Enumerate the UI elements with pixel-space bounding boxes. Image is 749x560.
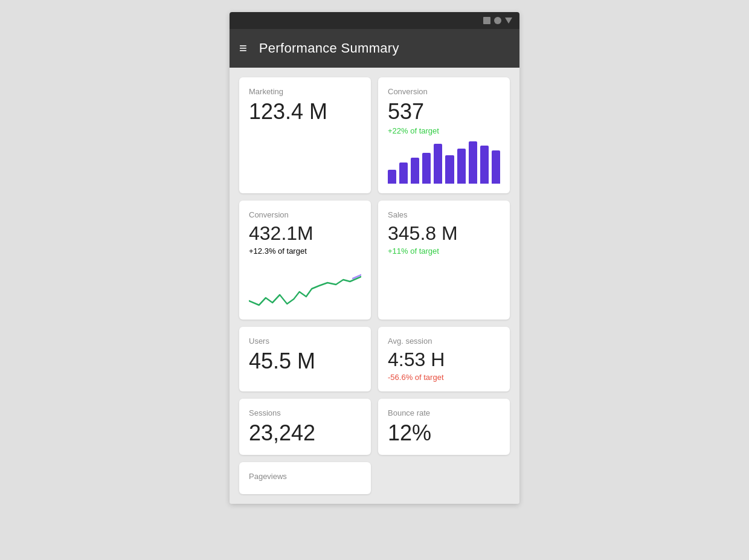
dashboard-content: Marketing 123.4 M Conversion 537 +22% of… bbox=[230, 68, 519, 504]
conversion-line-label: Conversion bbox=[249, 210, 361, 219]
card-conversion-big[interactable]: Conversion 537 +22% of target bbox=[378, 77, 510, 193]
bar-item bbox=[388, 170, 396, 184]
hamburger-icon[interactable]: ≡ bbox=[239, 42, 247, 55]
card-conversion-line[interactable]: Conversion 432.1M +12.3% of target bbox=[239, 201, 371, 320]
card-sessions[interactable]: Sessions 23,242 bbox=[239, 399, 371, 455]
bar-item bbox=[422, 153, 431, 183]
marketing-label: Marketing bbox=[249, 87, 361, 96]
card-bounce[interactable]: Bounce rate 12% bbox=[378, 399, 510, 455]
app-bar: ≡ Performance Summary bbox=[230, 29, 519, 68]
status-icon-triangle bbox=[505, 18, 512, 24]
card-sales[interactable]: Sales 345.8 M +11% of target bbox=[378, 201, 510, 320]
users-value: 45.5 M bbox=[249, 349, 361, 373]
avg-session-value: 4:53 H bbox=[388, 349, 500, 370]
marketing-value: 123.4 M bbox=[249, 100, 361, 124]
phone-frame: ≡ Performance Summary Marketing 123.4 M … bbox=[230, 12, 519, 504]
users-label: Users bbox=[249, 336, 361, 346]
bar-item bbox=[469, 141, 477, 184]
bounce-rate-label: Bounce rate bbox=[388, 408, 500, 417]
bar-item bbox=[480, 146, 489, 183]
conversion-line-chart bbox=[249, 262, 361, 310]
conversion-bar-chart bbox=[388, 141, 500, 184]
sessions-value: 23,242 bbox=[249, 421, 361, 445]
status-icon-square bbox=[483, 17, 490, 24]
status-bar bbox=[230, 12, 519, 29]
bar-item bbox=[457, 149, 466, 184]
card-avg-session[interactable]: Avg. session 4:53 H -56.6% of target bbox=[378, 327, 510, 391]
conversion-line-value: 432.1M bbox=[249, 223, 361, 244]
avg-session-sub: -56.6% of target bbox=[388, 373, 500, 382]
sessions-label: Sessions bbox=[249, 408, 361, 417]
bar-item bbox=[445, 155, 454, 184]
status-icon-circle bbox=[494, 17, 501, 24]
app-title: Performance Summary bbox=[259, 40, 399, 56]
card-marketing[interactable]: Marketing 123.4 M bbox=[239, 77, 371, 193]
sales-label: Sales bbox=[388, 210, 500, 219]
bar-item bbox=[399, 163, 408, 184]
sales-value: 345.8 M bbox=[388, 223, 500, 244]
conversion-big-label: Conversion bbox=[388, 87, 500, 96]
conversion-line-sub: +12.3% of target bbox=[249, 246, 361, 256]
sales-sub: +11% of target bbox=[388, 246, 500, 256]
card-pageviews[interactable]: Pageviews bbox=[239, 462, 371, 494]
bar-item bbox=[434, 144, 442, 184]
card-users[interactable]: Users 45.5 M bbox=[239, 327, 371, 391]
conversion-big-sub: +22% of target bbox=[388, 126, 500, 135]
bar-item bbox=[492, 150, 500, 184]
pageviews-label: Pageviews bbox=[249, 472, 361, 481]
avg-session-label: Avg. session bbox=[388, 336, 500, 346]
bar-item bbox=[411, 158, 419, 184]
bounce-rate-value: 12% bbox=[388, 421, 500, 445]
conversion-big-value: 537 bbox=[388, 100, 500, 124]
